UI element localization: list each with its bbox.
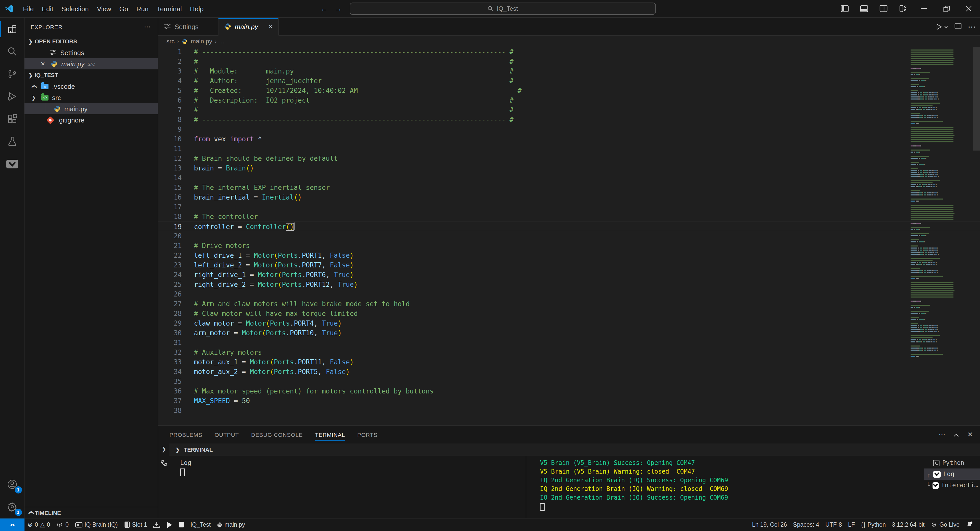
panel-tab-debug-console[interactable]: DEBUG CONSOLE (251, 426, 303, 444)
activity-vex[interactable] (0, 153, 24, 175)
activity-accounts[interactable]: 1 (0, 473, 24, 496)
breadcrumb-symbol[interactable]: ... (219, 38, 224, 45)
panel-tab-terminal[interactable]: TERMINAL (315, 426, 345, 444)
language-status[interactable]: { }Python (858, 518, 889, 531)
terminal-list-item-python[interactable]: Python (924, 457, 980, 469)
device-status[interactable]: IQ Brain (IQ) (72, 518, 121, 531)
code-line-27[interactable]: 27# Arm and claw motors will have brake … (158, 299, 980, 309)
activity-source-control[interactable] (0, 63, 24, 85)
close-window-button[interactable] (958, 0, 980, 17)
close-icon[interactable]: ✕ (39, 60, 47, 67)
active-file-status[interactable]: main.py (214, 518, 248, 531)
code-editor[interactable]: 1# -------------------------------------… (158, 47, 980, 425)
panel-nav-icon[interactable] (161, 460, 167, 466)
code-line-11[interactable]: 11 (158, 144, 980, 154)
download-button[interactable] (150, 518, 163, 531)
code-line-17[interactable]: 17 (158, 202, 980, 212)
breadcrumb-file[interactable]: main.py (191, 38, 212, 45)
terminal-output-pane[interactable]: V5 Brain (V5_Brain) Success: Opening COM… (526, 456, 924, 518)
code-line-35[interactable]: 35 (158, 377, 980, 386)
explorer-more-actions-icon[interactable]: ⋯ (144, 23, 151, 30)
split-editor-icon[interactable] (955, 22, 962, 32)
menu-item-help[interactable]: Help (186, 3, 208, 14)
code-line-26[interactable]: 26 (158, 289, 980, 299)
toggle-sidebar-icon[interactable] (835, 0, 854, 17)
terminal-list-item-log[interactable]: ┌Log (924, 469, 980, 480)
menu-item-file[interactable]: File (19, 3, 38, 14)
code-line-28[interactable]: 28# Claw motor will have max torque limi… (158, 309, 980, 318)
code-line-21[interactable]: 21# Drive motors (158, 241, 980, 251)
menu-item-selection[interactable]: Selection (57, 3, 93, 14)
tree-item-mainpy[interactable]: main.py (24, 103, 158, 114)
menu-item-terminal[interactable]: Terminal (153, 3, 186, 14)
close-tab-icon[interactable]: ✕ (269, 23, 273, 30)
remote-indicator[interactable]: >< (0, 518, 24, 531)
terminal-log-pane[interactable]: Log (169, 456, 526, 518)
forward-arrow-icon[interactable]: → (335, 5, 342, 13)
indentation-status[interactable]: Spaces: 4 (790, 518, 822, 531)
chevron-right-icon[interactable]: ❯ (162, 446, 166, 453)
interpreter-status[interactable]: 3.12.2 64-bit (889, 518, 928, 531)
code-line-36[interactable]: 36# Max motor speed (percent) for motors… (158, 386, 980, 396)
run-python-file-button[interactable] (935, 23, 948, 30)
code-line-12[interactable]: 12# Brain should be defined by default (158, 154, 980, 163)
ports-status[interactable]: 0 (53, 518, 72, 531)
code-line-19[interactable]: 19controller = Controller() (158, 221, 980, 231)
command-center-search[interactable]: IQ_Test (350, 3, 656, 15)
breadcrumb-src[interactable]: src (166, 38, 175, 45)
section-project-root[interactable]: ❯ IQ_TEST (24, 69, 158, 81)
scrollbar-slider[interactable] (973, 47, 980, 151)
toggle-secondary-sidebar-icon[interactable] (874, 0, 893, 17)
section-timeline[interactable]: ❯ TIMELINE (24, 507, 158, 518)
code-line-16[interactable]: 16brain_inertial = Inertial() (158, 192, 980, 202)
code-line-38[interactable]: 38 (158, 406, 980, 415)
code-line-10[interactable]: 10from vex import * (158, 134, 980, 144)
code-line-15[interactable]: 15# The internal EXP inertial sensor (158, 183, 980, 192)
code-line-37[interactable]: 37MAX_SPEED = 50 (158, 396, 980, 406)
encoding-status[interactable]: UTF-8 (822, 518, 845, 531)
code-line-31[interactable]: 31 (158, 338, 980, 348)
code-line-29[interactable]: 29claw_motor = Motor(Ports.PORT4, True) (158, 318, 980, 328)
editor-scrollbar[interactable] (973, 47, 980, 425)
code-line-20[interactable]: 20 (158, 231, 980, 241)
code-line-33[interactable]: 33motor_aux_1 = Motor(Ports.PORT11, Fals… (158, 357, 980, 367)
more-actions-icon[interactable]: ⋯ (968, 22, 976, 32)
code-line-23[interactable]: 23left_drive_2 = Motor(Ports.PORT7, Fals… (158, 260, 980, 270)
code-line-4[interactable]: 4# Author: jenna_juechter # (158, 76, 980, 86)
close-panel-icon[interactable]: ✕ (967, 431, 973, 438)
toggle-panel-icon[interactable] (854, 0, 874, 17)
menu-item-run[interactable]: Run (132, 3, 153, 14)
code-line-6[interactable]: 6# Description: IQ2 project # (158, 95, 980, 105)
minimap[interactable] (911, 49, 959, 359)
back-arrow-icon[interactable]: ← (321, 5, 328, 13)
project-status[interactable]: IQ_Test (187, 518, 213, 531)
tree-item-src[interactable]: ❯ </> src (24, 92, 158, 103)
code-line-32[interactable]: 32# Auxilary motors (158, 348, 980, 357)
activity-explorer[interactable] (0, 18, 24, 40)
menu-item-view[interactable]: View (93, 3, 115, 14)
cursor-position-status[interactable]: Ln 19, Col 26 (749, 518, 790, 531)
code-line-18[interactable]: 18# The controller (158, 212, 980, 221)
activity-settings[interactable]: 1 (0, 496, 24, 518)
code-line-24[interactable]: 24right_drive_1 = Motor(Ports.PORT6, Tru… (158, 270, 980, 280)
code-line-13[interactable]: 13brain = Brain() (158, 163, 980, 173)
activity-run-debug[interactable] (0, 85, 24, 108)
code-line-22[interactable]: 22left_drive_1 = Motor(Ports.PORT1, Fals… (158, 251, 980, 260)
open-editor-settings[interactable]: Settings (24, 47, 158, 58)
panel-tab-problems[interactable]: PROBLEMS (169, 426, 202, 444)
activity-testing[interactable] (0, 130, 24, 153)
tab-settings[interactable]: Settings (158, 18, 218, 35)
panel-tab-ports[interactable]: PORTS (357, 426, 377, 444)
menu-item-go[interactable]: Go (115, 3, 132, 14)
code-line-25[interactable]: 25right_drive_2 = Motor(Ports.PORT12, Tr… (158, 280, 980, 289)
panel-tab-output[interactable]: OUTPUT (215, 426, 239, 444)
code-line-30[interactable]: 30arm_motor = Motor(Ports.PORT10, True) (158, 328, 980, 338)
terminal-list-item-interactiv[interactable]: └Interactiv... (924, 480, 980, 491)
terminal-section-header[interactable]: ❯ TERMINAL (169, 444, 980, 456)
tab-mainpy[interactable]: main.py ✕ (218, 18, 279, 36)
slot-status[interactable]: Slot 1 (121, 518, 150, 531)
code-line-34[interactable]: 34motor_aux_2 = Motor(Ports.PORT5, False… (158, 367, 980, 377)
code-line-2[interactable]: 2# # (158, 57, 980, 66)
code-line-9[interactable]: 9 (158, 124, 980, 134)
code-line-1[interactable]: 1# -------------------------------------… (158, 47, 980, 57)
